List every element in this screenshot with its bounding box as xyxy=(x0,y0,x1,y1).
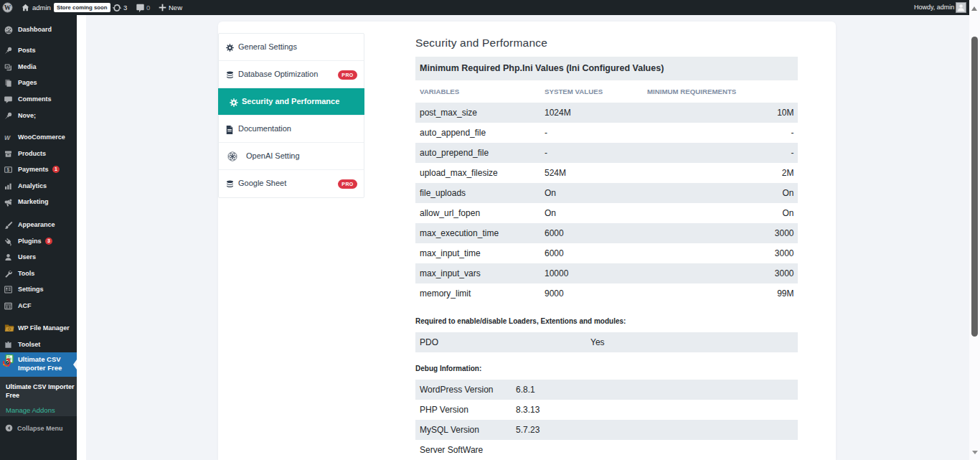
svg-text:$: $ xyxy=(6,167,9,173)
svg-text:W: W xyxy=(4,134,11,141)
svg-text:W: W xyxy=(4,4,11,11)
